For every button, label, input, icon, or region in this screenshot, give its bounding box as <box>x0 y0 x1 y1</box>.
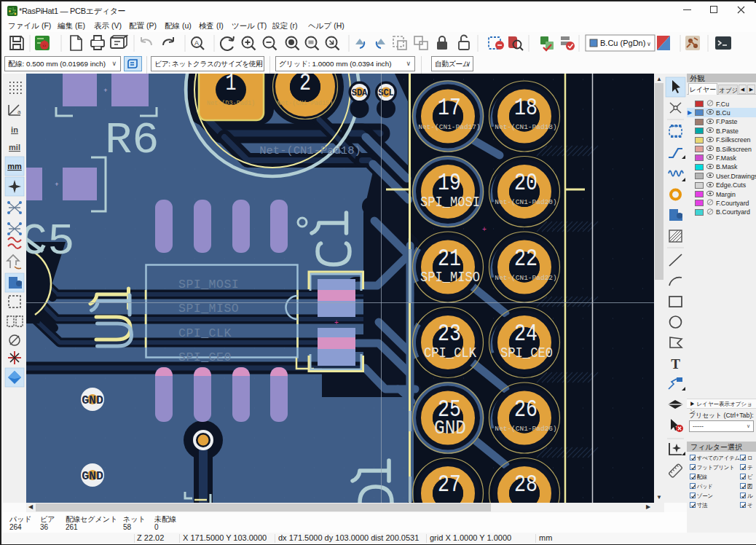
svg-text:SPI_CE0: SPI_CE0 <box>178 350 232 364</box>
svg-text:28: 28 <box>514 471 538 498</box>
svg-text:Net-(CN1-Pad15): Net-(CN1-Pad15) <box>277 100 334 107</box>
svg-text:22: 22 <box>514 245 538 272</box>
svg-text:∨: ∨ <box>647 41 651 47</box>
svg-text:+: + <box>55 181 58 188</box>
svg-text:23: 23 <box>438 320 461 348</box>
svg-text:SPI_MISO: SPI_MISO <box>178 302 239 315</box>
svg-text:Net-(CN1-Pad20): Net-(CN1-Pad20) <box>495 198 557 206</box>
svg-text:mil: mil <box>9 143 20 152</box>
svg-text:SDA: SDA <box>352 88 368 98</box>
svg-text:R6: R6 <box>105 114 159 166</box>
svg-text:GND: GND <box>434 417 466 439</box>
svg-text:17: 17 <box>438 94 461 122</box>
svg-text:SCL: SCL <box>378 88 394 98</box>
svg-text:A: A <box>194 39 199 47</box>
svg-text:Net-(CN1-Pad17): Net-(CN1-Pad17) <box>418 123 481 131</box>
svg-text:Net-(D3-Pad1): Net-(D3-Pad1) <box>207 100 255 107</box>
svg-text:24: 24 <box>514 320 538 348</box>
svg-text:Net-(CN1-Pad18): Net-(CN1-Pad18) <box>259 144 361 157</box>
svg-text:+: + <box>482 225 487 233</box>
svg-text:in: in <box>11 125 18 134</box>
svg-text:SPI_CE0: SPI_CE0 <box>500 345 553 361</box>
svg-text:1: 1 <box>226 74 237 97</box>
svg-text:18: 18 <box>514 94 538 122</box>
svg-text:27: 27 <box>438 471 461 498</box>
svg-text:21: 21 <box>438 245 461 272</box>
svg-text:mm: mm <box>7 162 22 170</box>
svg-text:+: + <box>334 318 339 326</box>
svg-text:C5: C5 <box>26 216 74 267</box>
svg-text:SPI_MOSI: SPI_MOSI <box>420 194 480 211</box>
svg-text:GND: GND <box>82 469 103 483</box>
svg-text:B.Cu (PgDn): B.Cu (PgDn) <box>600 39 645 47</box>
svg-text:Net-(CN1-Pad18): Net-(CN1-Pad18) <box>495 123 557 131</box>
svg-text:2: 2 <box>299 74 311 97</box>
svg-text:CPI_CLK: CPI_CLK <box>178 326 232 340</box>
svg-text:Net-(CN1-Pad26): Net-(CN1-Pad26) <box>495 425 557 433</box>
svg-text:GND: GND <box>82 393 103 407</box>
svg-text:SPI_MISO: SPI_MISO <box>420 269 480 286</box>
svg-text:26: 26 <box>514 396 538 423</box>
svg-text:SPI_MOSI: SPI_MOSI <box>178 278 239 291</box>
svg-text:20: 20 <box>514 169 538 197</box>
svg-text:a: a <box>17 109 21 115</box>
svg-text:+: + <box>103 87 107 94</box>
svg-text:T: T <box>671 356 680 372</box>
svg-text:19: 19 <box>438 169 461 197</box>
svg-text:CPI_CLK: CPI_CLK <box>424 345 476 361</box>
svg-text:Net-(CN1-Pad22): Net-(CN1-Pad22) <box>495 274 557 282</box>
